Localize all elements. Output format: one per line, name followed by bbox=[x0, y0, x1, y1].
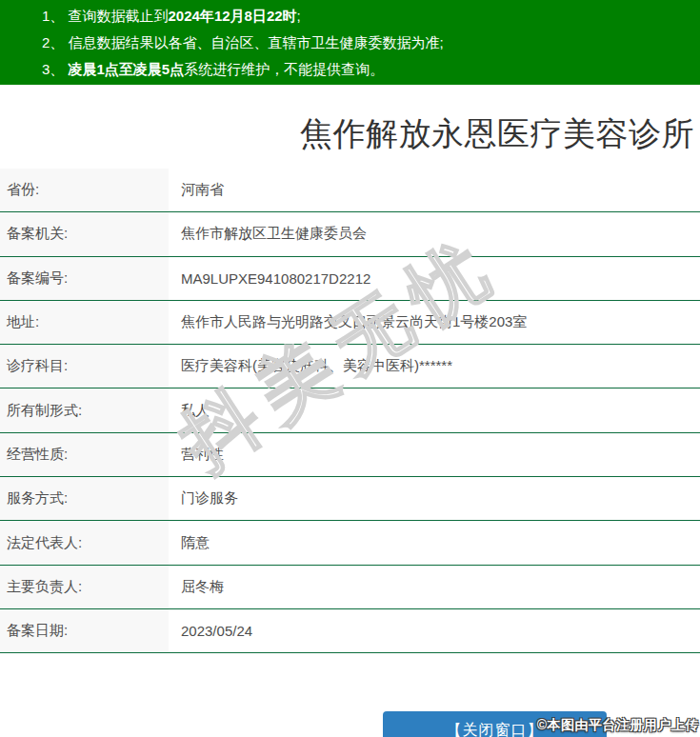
table-row: 主要负责人: 屈冬梅 bbox=[0, 566, 700, 609]
row-value: 焦作市解放区卫生健康委员会 bbox=[169, 212, 700, 255]
row-label: 备案编号: bbox=[0, 257, 169, 300]
table-row: 诊疗科目: 医疗美容科(美容皮肤科、美容中医科)****** bbox=[0, 345, 700, 388]
page-title: 焦作解放永恩医疗美容诊所 bbox=[0, 113, 694, 153]
notice-text: 1、 查询数据截止到 bbox=[42, 8, 169, 24]
row-label: 省份: bbox=[0, 169, 169, 211]
info-table: 省份: 河南省 备案机关: 焦作市解放区卫生健康委员会 备案编号: MA9LUP… bbox=[0, 169, 700, 653]
notice-item: 3、 凌晨1点至凌晨5点系统进行维护，不能提供查询。 bbox=[42, 56, 700, 83]
row-value: 2023/05/24 bbox=[169, 609, 700, 652]
notice-text: 2、 信息数据结果以各省、自治区、直辖市卫生健康委数据为准; bbox=[42, 34, 444, 50]
row-value: MA9LUPXE941080217D2212 bbox=[169, 257, 700, 300]
notice-text: 3、 bbox=[42, 61, 69, 77]
table-row: 备案编号: MA9LUPXE941080217D2212 bbox=[0, 257, 700, 301]
notice-item: 1、 查询数据截止到2024年12月8日22时; bbox=[42, 3, 700, 30]
copyright-note: ©本图由平台注册用户上传 bbox=[537, 717, 699, 734]
table-row: 服务方式: 门诊服务 bbox=[0, 477, 700, 521]
table-row: 地址: 焦作市人民路与光明路交叉口丽景云尚天街1号楼203室 bbox=[0, 301, 700, 345]
row-label: 备案日期: bbox=[0, 609, 169, 652]
row-label: 地址: bbox=[0, 301, 169, 344]
row-label: 所有制形式: bbox=[0, 388, 169, 431]
table-row: 省份: 河南省 bbox=[0, 169, 700, 212]
row-label: 主要负责人: bbox=[0, 566, 169, 608]
row-label: 法定代表人: bbox=[0, 521, 169, 564]
row-label: 经营性质: bbox=[0, 433, 169, 476]
table-row: 备案机关: 焦作市解放区卫生健康委员会 bbox=[0, 212, 700, 256]
notice-banner: 1、 查询数据截止到2024年12月8日22时; 2、 信息数据结果以各省、自治… bbox=[0, 0, 700, 85]
table-row: 备案日期: 2023/05/24 bbox=[0, 609, 700, 653]
row-value: 门诊服务 bbox=[169, 477, 700, 520]
row-label: 备案机关: bbox=[0, 212, 169, 255]
notice-item: 2、 信息数据结果以各省、自治区、直辖市卫生健康委数据为准; bbox=[42, 30, 700, 56]
notice-text-bold: 凌晨1点至凌晨5点 bbox=[69, 61, 185, 77]
table-row: 法定代表人: 隋意 bbox=[0, 521, 700, 565]
table-row: 经营性质: 营利性 bbox=[0, 433, 700, 477]
row-value: 医疗美容科(美容皮肤科、美容中医科)****** bbox=[169, 345, 700, 388]
row-value: 河南省 bbox=[169, 169, 700, 211]
notice-text: ; bbox=[297, 8, 301, 24]
row-value: 私人 bbox=[169, 388, 700, 431]
row-label: 诊疗科目: bbox=[0, 345, 169, 388]
row-value: 隋意 bbox=[169, 521, 700, 564]
row-label: 服务方式: bbox=[0, 477, 169, 520]
row-value: 焦作市人民路与光明路交叉口丽景云尚天街1号楼203室 bbox=[169, 301, 700, 344]
table-row: 所有制形式: 私人 bbox=[0, 388, 700, 432]
notice-text: 系统进行维护，不能提供查询。 bbox=[184, 61, 384, 77]
row-value: 屈冬梅 bbox=[169, 566, 700, 608]
notice-text-bold: 2024年12月8日22时 bbox=[169, 8, 297, 24]
row-value: 营利性 bbox=[169, 433, 700, 476]
